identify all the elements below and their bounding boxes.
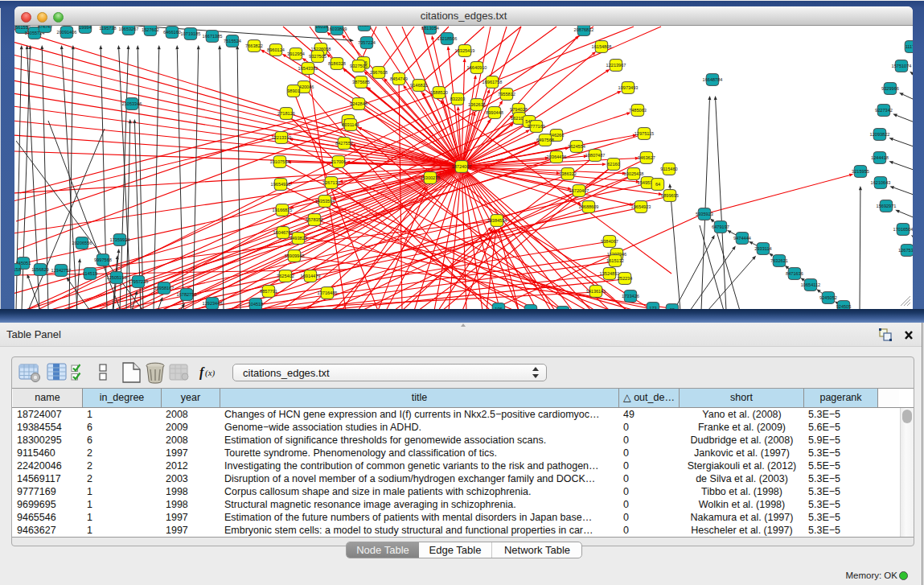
svg-text:9146821: 9146821 [410, 83, 428, 88]
svg-text:12923448: 12923448 [203, 301, 223, 306]
svg-text:2967608: 2967608 [370, 70, 388, 75]
svg-text:10807487: 10807487 [585, 153, 606, 158]
svg-text:16961758: 16961758 [483, 80, 503, 84]
svg-text:9474444: 9474444 [733, 236, 751, 241]
svg-text:16154808: 16154808 [592, 44, 612, 49]
svg-text:9327505: 9327505 [350, 64, 368, 68]
svg-text:17359924: 17359924 [110, 237, 130, 242]
svg-text:16640910: 16640910 [467, 65, 487, 70]
svg-text:10719185: 10719185 [181, 31, 201, 36]
svg-text:3624554: 3624554 [568, 144, 585, 149]
svg-text:10688609: 10688609 [579, 204, 599, 209]
svg-text:2718126: 2718126 [277, 111, 295, 116]
svg-text:19654925: 19654925 [271, 182, 291, 187]
svg-text:20091406: 20091406 [57, 30, 77, 35]
svg-text:9463627: 9463627 [638, 155, 655, 160]
svg-text:8990448: 8990448 [486, 110, 503, 115]
svg-text:1244418: 1244418 [871, 155, 889, 160]
svg-text:16210643: 16210643 [871, 180, 891, 185]
svg-text:7357224: 7357224 [358, 40, 376, 45]
svg-text:2933114: 2933114 [754, 246, 771, 251]
svg-text:12213319: 12213319 [272, 135, 292, 140]
svg-text:8813054: 8813054 [421, 26, 439, 31]
svg-text:1527602: 1527602 [142, 27, 159, 32]
svg-text:217006: 217006 [331, 159, 347, 164]
svg-text:3215955: 3215955 [852, 169, 869, 174]
svg-text:5935923: 5935923 [696, 212, 713, 216]
svg-text:18724007: 18724007 [452, 164, 472, 169]
svg-text:15692971: 15692971 [877, 204, 897, 208]
svg-text:8960124: 8960124 [267, 47, 285, 52]
svg-text:10654112: 10654112 [801, 282, 820, 287]
svg-text:9242848: 9242848 [350, 101, 368, 106]
svg-text:9245052: 9245052 [819, 295, 837, 300]
svg-text:19384554: 19384554 [487, 218, 507, 223]
svg-text:7386322: 7386322 [559, 171, 577, 176]
svg-text:10025438: 10025438 [624, 171, 644, 176]
svg-text:95: 95 [670, 307, 675, 309]
svg-text:9115460: 9115460 [660, 167, 677, 171]
svg-text:6497568: 6497568 [536, 138, 554, 142]
svg-text:3912954: 3912954 [287, 51, 305, 56]
svg-text:832203: 832203 [450, 97, 466, 101]
svg-text:9777169: 9777169 [528, 124, 545, 129]
svg-text:12213967: 12213967 [606, 63, 626, 68]
svg-text:8858: 8858 [359, 26, 369, 27]
svg-text:9997568: 9997568 [94, 257, 112, 262]
svg-text:15751074: 15751074 [892, 64, 912, 68]
svg-text:7632621: 7632621 [770, 258, 788, 263]
svg-text:9329966: 9329966 [881, 86, 899, 91]
svg-text:14136141: 14136141 [586, 289, 606, 294]
svg-text:9227342: 9227342 [875, 108, 893, 113]
svg-text:1195738: 1195738 [99, 26, 116, 31]
svg-text:7955812: 7955812 [498, 92, 515, 97]
svg-text:1267533: 1267533 [898, 248, 913, 253]
svg-text:8471636: 8471636 [786, 271, 803, 276]
svg-text:10973493: 10973493 [618, 85, 639, 90]
svg-text:252234: 252234 [618, 276, 633, 281]
svg-text:12342757: 12342757 [51, 268, 72, 273]
svg-text:15720407: 15720407 [569, 188, 589, 193]
svg-text:15300275: 15300275 [421, 175, 441, 180]
svg-text:(x): (x) [205, 368, 216, 378]
svg-text:16033809: 16033809 [327, 27, 347, 31]
svg-text:116: 116 [528, 308, 535, 309]
svg-text:10653267: 10653267 [119, 27, 139, 31]
svg-text:3875685: 3875685 [352, 80, 370, 84]
svg-text:9857791: 9857791 [260, 289, 277, 294]
svg-text:7515524: 7515524 [224, 39, 241, 43]
svg-text:98901: 98901 [287, 89, 300, 93]
svg-text:64: 64 [655, 182, 660, 187]
svg-text:10958167: 10958167 [154, 286, 175, 290]
svg-text:9794028: 9794028 [510, 107, 528, 112]
svg-text:7625402: 7625402 [277, 274, 294, 278]
svg-text:20206556: 20206556 [72, 241, 92, 245]
svg-text:16914479: 16914479 [301, 274, 321, 278]
svg-text:17957225: 17957225 [129, 279, 149, 284]
svg-text:39158: 39158 [14, 267, 21, 272]
svg-text:19654923: 19654923 [631, 204, 651, 209]
svg-text:f: f [199, 365, 205, 380]
svg-text:15909948: 15909948 [285, 253, 305, 258]
svg-text:16543382: 16543382 [298, 66, 318, 71]
svg-text:12505193: 12505193 [107, 275, 127, 280]
svg-text:9384067: 9384067 [601, 239, 618, 244]
svg-text:17016504: 17016504 [893, 227, 913, 232]
svg-text:10107554: 10107554 [270, 159, 290, 164]
svg-text:3493822: 3493822 [290, 236, 307, 241]
svg-text:104518: 104518 [248, 302, 264, 307]
svg-text:13325419: 13325419 [455, 48, 475, 53]
svg-text:7663822: 7663822 [245, 43, 263, 48]
svg-text:21053346: 21053346 [122, 101, 142, 106]
svg-text:20876812: 20876812 [574, 27, 594, 32]
svg-text:1156829: 1156829 [31, 267, 48, 272]
svg-text:173: 173 [649, 306, 656, 309]
svg-text:12093822: 12093822 [870, 132, 890, 137]
svg-text:474747: 474747 [38, 26, 53, 29]
svg-text:1588520: 1588520 [430, 90, 448, 95]
svg-text:14353594: 14353594 [315, 199, 335, 204]
svg-text:114519: 114519 [83, 271, 97, 276]
svg-text:9327505: 9327505 [309, 54, 326, 59]
svg-text:5578352: 5578352 [306, 217, 323, 222]
svg-text:15046766: 15046766 [273, 230, 294, 235]
